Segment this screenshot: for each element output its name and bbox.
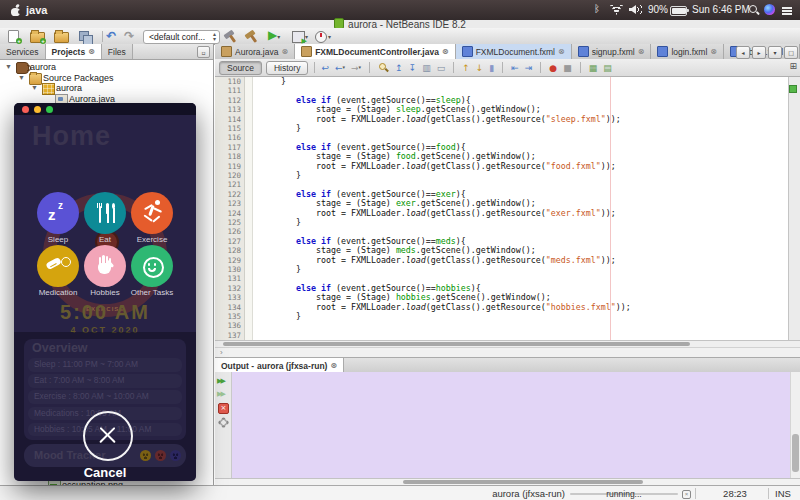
find-selection-icon[interactable]: [378, 62, 389, 73]
comment-icon[interactable]: ▦: [589, 62, 598, 74]
sidebar-tab-services[interactable]: Services: [0, 44, 46, 59]
source-view-button[interactable]: Source: [219, 61, 262, 75]
code-line: 115 }: [215, 124, 800, 133]
close-tab-icon[interactable]: ⊗: [710, 47, 717, 56]
open-project-button[interactable]: [53, 30, 69, 43]
close-output-icon[interactable]: ⊗: [330, 361, 337, 370]
close-tab-icon[interactable]: ⊗: [442, 47, 449, 56]
package-icon: [42, 83, 55, 95]
next-occurrence-icon[interactable]: ↓: [476, 62, 484, 74]
activity-other-tasks-button[interactable]: [131, 245, 173, 287]
undo-button[interactable]: ↶: [106, 29, 116, 43]
output-console[interactable]: ▶▶ ▶▶ ×: [215, 372, 800, 479]
activity-sleep-button[interactable]: zz: [37, 192, 79, 234]
rerun-debug-icon[interactable]: ▶▶: [217, 389, 229, 399]
save-all-button[interactable]: [77, 30, 93, 43]
back-icon[interactable]: ←▾: [335, 61, 345, 74]
activity-label: Other Tasks: [124, 289, 180, 298]
current-time: 5:00 AM: [14, 301, 196, 324]
breadcrumb-bar[interactable]: ›: [215, 347, 800, 357]
code-line: 120 }: [215, 171, 800, 180]
scroll-tabs-left-icon[interactable]: ◂: [736, 46, 750, 59]
expand-toolbar-icon[interactable]: ⊞: [789, 61, 797, 71]
shift-left-icon[interactable]: ⇤: [511, 62, 519, 74]
activity-medication-button[interactable]: [37, 245, 79, 287]
previous-occurrence-icon[interactable]: ↑: [462, 62, 470, 74]
sidebar-tab-files[interactable]: Files: [102, 44, 133, 59]
notification-center-icon[interactable]: [782, 7, 792, 9]
battery-icon[interactable]: [670, 6, 687, 16]
minimize-window-icon[interactable]: [34, 106, 41, 113]
close-tab-icon[interactable]: ⊗: [281, 47, 288, 56]
clean-build-button[interactable]: [243, 30, 259, 43]
build-progress: running...: [570, 489, 678, 498]
sidebar-tab-projects[interactable]: Projects⊗: [46, 44, 102, 59]
copy-history-icon[interactable]: ▥: [422, 62, 431, 74]
app-menu[interactable]: java: [26, 4, 47, 16]
scroll-tabs-right-icon[interactable]: ▸: [752, 46, 766, 59]
new-project-button[interactable]: +: [29, 30, 45, 43]
tab-list-icon[interactable]: ▾: [768, 46, 782, 59]
editor-tab[interactable]: Aurora.java⊗: [215, 44, 295, 59]
close-tab-icon[interactable]: ⊗: [558, 47, 565, 56]
close-window-icon[interactable]: [22, 106, 29, 113]
bluetooth-icon[interactable]: ᛒ: [594, 3, 600, 14]
output-tab[interactable]: Output - aurora (jfxsa-run) ⊗: [215, 358, 344, 373]
volume-waves-icon: [637, 5, 642, 14]
minimize-panel-icon[interactable]: ▫: [197, 46, 210, 58]
rerun-icon[interactable]: ▶▶: [217, 376, 229, 386]
output-toolbar: ▶▶ ▶▶ ×: [215, 372, 232, 479]
volume-icon[interactable]: [629, 5, 636, 14]
uncomment-icon[interactable]: ▤: [603, 62, 612, 74]
shift-right-icon[interactable]: ⇥: [525, 62, 533, 74]
close-tab-icon[interactable]: ⊗: [638, 47, 645, 56]
forward-icon[interactable]: →▾: [351, 61, 361, 74]
debug-project-button[interactable]: ▾: [291, 30, 307, 43]
start-macro-icon[interactable]: ●: [549, 62, 557, 74]
new-file-button[interactable]: +: [5, 30, 21, 43]
code-editor[interactable]: 110 }111112 else if (event.getSource()==…: [215, 77, 800, 340]
maximize-editor-icon[interactable]: □: [784, 46, 798, 59]
activity-hobbies-button[interactable]: [84, 245, 126, 287]
activity-exercise-button[interactable]: [131, 192, 173, 234]
stop-macro-icon[interactable]: ■: [563, 62, 572, 74]
cancel-progress-icon[interactable]: ×: [682, 490, 691, 499]
expand-arrow-icon[interactable]: ▼: [18, 74, 25, 81]
no-errors-badge: [789, 85, 797, 93]
configuration-select[interactable]: <default conf...▴▾: [143, 30, 220, 44]
rectangular-selection-icon[interactable]: ▭: [437, 62, 446, 74]
find-next-icon[interactable]: ↧: [409, 62, 417, 74]
zoom-window-icon[interactable]: [46, 106, 53, 113]
code-line: 114 root = FXMLLoader.load(getClass().ge…: [215, 115, 800, 124]
profile-project-button[interactable]: ▾: [313, 30, 329, 43]
tab-scroll-controls: ◂ ▸ ▾ □: [736, 46, 798, 59]
editor-tab[interactable]: login.fxml⊗: [651, 44, 724, 59]
expand-arrow-icon[interactable]: ▼: [5, 63, 12, 70]
spotlight-icon[interactable]: [749, 5, 759, 15]
aurora-app-window[interactable]: Home SLEEP EXERCISE zzSleepEatExerciseMe…: [14, 103, 196, 481]
expand-arrow-icon[interactable]: ▼: [31, 84, 38, 91]
editor-tab[interactable]: FXMLDocumentController.java⊗: [295, 44, 455, 59]
output-vscrollbar[interactable]: [790, 372, 800, 479]
find-prev-icon[interactable]: ↥: [395, 62, 403, 74]
siri-icon[interactable]: [764, 4, 775, 15]
editor-tab[interactable]: FXMLDocument.fxml⊗: [456, 44, 572, 59]
build-project-button[interactable]: [222, 30, 238, 43]
wifi-icon[interactable]: [610, 5, 623, 15]
hobbies-hand-icon: [84, 245, 126, 287]
stop-build-icon[interactable]: ×: [217, 403, 229, 413]
app-window-titlebar[interactable]: [14, 103, 196, 115]
editor-tab[interactable]: signup.fxml⊗: [572, 44, 652, 59]
close-tab-icon[interactable]: ⊗: [88, 47, 95, 56]
last-edit-icon[interactable]: ↩: [321, 62, 329, 74]
menubar-clock[interactable]: Sun 6:46 PM: [692, 4, 750, 15]
activity-eat-button[interactable]: [84, 192, 126, 234]
sidebar-tabs: ServicesProjects⊗Files: [0, 44, 213, 60]
run-project-button[interactable]: ▶▾: [268, 29, 284, 42]
cancel-button[interactable]: [83, 411, 133, 461]
redo-button[interactable]: ↷: [124, 29, 134, 43]
history-view-button[interactable]: History: [266, 61, 308, 75]
ant-settings-icon[interactable]: [217, 417, 229, 427]
apple-menu-icon[interactable]: [11, 5, 20, 16]
toggle-bookmark-icon[interactable]: ▮: [489, 62, 494, 74]
